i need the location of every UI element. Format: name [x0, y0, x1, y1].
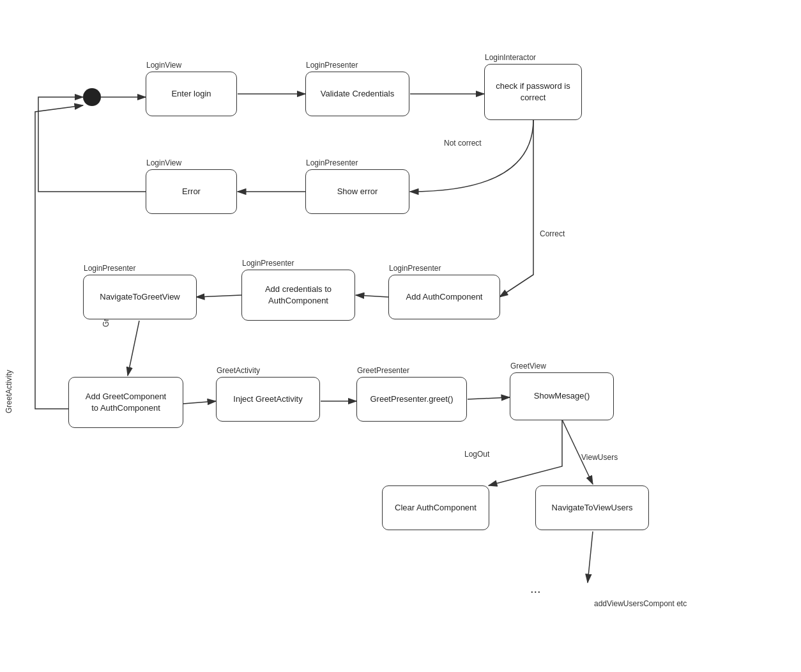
text-error-view: Error: [182, 186, 201, 197]
node-show-error: LoginPresenter Show error: [305, 169, 409, 214]
label-inject-greet: GreetActivity: [217, 366, 260, 375]
edge-label-not-correct: Not correct: [444, 139, 482, 148]
node-add-credentials: LoginPresenter Add credentials to AuthCo…: [241, 270, 355, 321]
label-greet-presenter: GreetPresenter: [357, 366, 409, 375]
text-enter-login: Enter login: [171, 88, 211, 100]
arrow-navigate-dots: [588, 531, 593, 583]
text-show-message: ShowMesage(): [534, 390, 590, 402]
text-validate-credentials: Validate Credentials: [321, 88, 394, 100]
label-error-view: LoginView: [146, 158, 181, 167]
start-node: [83, 88, 101, 106]
label-enter-login: LoginView: [146, 61, 181, 70]
node-enter-login: LoginView Enter login: [146, 72, 237, 116]
arrow-show-navigate-users: [562, 420, 593, 484]
node-show-message: GreetView ShowMesage(): [510, 372, 614, 420]
label-show-error: LoginPresenter: [306, 158, 358, 167]
add-view-users-text: addViewUsersCompont etc: [594, 599, 687, 608]
node-add-greet-component: Add GreetComponent to AuthComponent: [68, 377, 183, 428]
label-validate-credentials: LoginPresenter: [306, 61, 358, 70]
arrow-greet-loop-start: [35, 105, 83, 409]
arrow-navigate-greet-component: [128, 321, 139, 376]
text-add-greet-component: Add GreetComponent to AuthComponent: [86, 391, 166, 414]
label-add-auth-component: LoginPresenter: [389, 264, 441, 273]
text-clear-auth: Clear AuthComponent: [395, 502, 477, 514]
arrow-check-show-error: [410, 119, 533, 192]
text-add-credentials: Add credentials to AuthComponent: [242, 284, 355, 307]
text-show-error: Show error: [337, 186, 378, 197]
edge-label-correct: Correct: [540, 229, 565, 238]
node-inject-greet: GreetActivity Inject GreetActivity: [216, 377, 320, 422]
text-inject-greet: Inject GreetActivity: [233, 393, 302, 405]
node-error-view: LoginView Error: [146, 169, 237, 214]
node-validate-credentials: LoginPresenter Validate Credentials: [305, 72, 409, 116]
arrow-show-clear: [489, 420, 562, 485]
label-navigate-greet: LoginPresenter: [84, 264, 135, 273]
dots-text: ...: [530, 581, 541, 596]
label-add-credentials: LoginPresenter: [242, 259, 294, 268]
node-navigate-greet: LoginPresenter NavigateToGreetView: [83, 275, 197, 319]
diagram-container: Not correct Correct LogOut ViewUsers: [0, 0, 801, 672]
arrow-greet-component-inject: [183, 401, 216, 404]
arrow-presenter-show: [468, 397, 510, 399]
arrow-auth-credentials: [356, 295, 388, 297]
text-add-auth-component: Add AuthComponent: [406, 291, 483, 303]
node-navigate-view-users: NavigateToViewUsers: [535, 485, 649, 530]
label-show-message: GreetView: [510, 362, 546, 370]
text-navigate-view-users: NavigateToViewUsers: [552, 502, 633, 514]
arrow-error-loop: [38, 97, 147, 192]
edge-label-view-users: ViewUsers: [581, 453, 618, 462]
node-check-password: LoginInteractor check if password is cor…: [484, 64, 582, 120]
arrow-credentials-navigate: [196, 295, 241, 297]
edge-label-greet-activity-text: GreetActivity: [4, 370, 13, 413]
node-greet-presenter: GreetPresenter GreetPresenter.greet(): [356, 377, 467, 422]
text-greet-presenter: GreetPresenter.greet(): [370, 393, 453, 405]
text-check-password: check if password is correct: [485, 80, 581, 103]
text-navigate-greet: NavigateToGreetView: [100, 291, 180, 303]
node-clear-auth: Clear AuthComponent: [382, 485, 489, 530]
node-add-auth-component: LoginPresenter Add AuthComponent: [388, 275, 500, 319]
label-check-password: LoginInteractor: [485, 53, 536, 62]
edge-label-logout: LogOut: [464, 450, 490, 459]
